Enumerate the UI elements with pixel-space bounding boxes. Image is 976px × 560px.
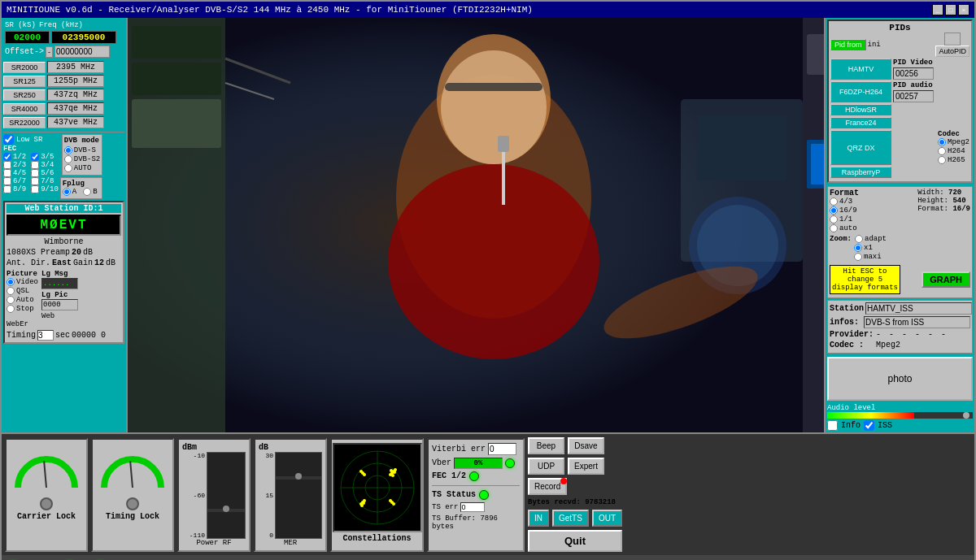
offset-label: Offset-> xyxy=(5,47,44,56)
svg-point-47 xyxy=(392,502,395,506)
fplug-title: Fplug xyxy=(63,180,100,188)
timing-unit: sec xyxy=(55,331,70,340)
sr250-btn[interactable]: SR250 xyxy=(3,89,46,101)
out-btn[interactable]: OUT xyxy=(592,510,622,527)
divider-1 xyxy=(3,132,124,132)
iss-background xyxy=(128,18,824,432)
photo-btn[interactable]: photo xyxy=(827,357,973,401)
dsave-btn[interactable]: Dsave xyxy=(568,437,604,454)
codec-mpeg2-radio[interactable] xyxy=(938,138,946,146)
record-btn[interactable]: Record xyxy=(528,478,567,495)
hdlowsr-btn[interactable]: HDlowSR xyxy=(830,104,891,115)
fplug-a-radio[interactable] xyxy=(63,188,71,196)
quit-btn[interactable]: Quit xyxy=(528,530,622,552)
fplug-b-radio[interactable] xyxy=(83,188,91,196)
ts-status-label: TS Status xyxy=(432,490,476,499)
beep-btn[interactable]: Beep xyxy=(528,437,564,454)
zoom-maxi-radio[interactable] xyxy=(854,253,862,261)
close-button[interactable]: × xyxy=(958,4,969,15)
fec-5-6-cb[interactable] xyxy=(31,169,39,177)
maximize-button[interactable]: □ xyxy=(945,4,956,15)
getts-btn[interactable]: GetTS xyxy=(552,510,589,527)
ts-err-row: TS err xyxy=(432,502,520,512)
width-value: 720 xyxy=(948,189,961,197)
autopid-btn[interactable]: AutoPID xyxy=(935,46,969,57)
fec-4-5-cb[interactable] xyxy=(3,169,11,177)
sr-input[interactable] xyxy=(5,31,50,44)
carrier-lock-label: Carrier Lock xyxy=(17,512,76,521)
svg-point-50 xyxy=(359,470,363,473)
infos-input[interactable] xyxy=(864,316,970,328)
audio-slider-handle[interactable] xyxy=(963,412,969,419)
ts-buffer-row: TS Buffer: 7896 bytes xyxy=(432,514,520,531)
fec-2-3-cb[interactable] xyxy=(3,161,11,169)
timing-input[interactable] xyxy=(37,330,54,341)
fec-6-7-cb[interactable] xyxy=(3,177,11,185)
fec-8-9-cb[interactable] xyxy=(3,185,11,193)
freq-input[interactable] xyxy=(51,31,116,44)
pic-stop-radio[interactable] xyxy=(7,305,15,313)
udp-btn[interactable]: UDP xyxy=(528,458,564,475)
fmt-16-9-radio[interactable] xyxy=(830,206,838,215)
auto-radio[interactable] xyxy=(64,164,72,172)
f6dzp-btn[interactable]: F6DZP-H264 xyxy=(830,81,891,102)
pid-video-label: PID Video xyxy=(893,59,934,67)
fec-col-2: 3/5 3/4 5/6 7/8 9/10 xyxy=(31,153,59,193)
sr125-btn[interactable]: SR125 xyxy=(3,76,46,87)
offset-minus-btn[interactable]: - xyxy=(46,46,53,58)
pid-from-btn[interactable]: Pid from xyxy=(830,39,866,50)
sr2000-btn[interactable]: SR2000 xyxy=(3,62,46,73)
fmt-4-3-radio[interactable] xyxy=(830,198,838,206)
pic-auto-radio[interactable] xyxy=(7,296,15,304)
dvbs-radio[interactable] xyxy=(64,146,72,154)
fec-label: FEC xyxy=(3,145,59,153)
low-sr-fec: Low SR FEC 1/2 2/3 4/5 6/7 8/9 3/5 xyxy=(3,134,59,193)
station-input[interactable] xyxy=(865,302,972,315)
dvb-mode-title: DVB mode xyxy=(64,137,100,145)
svg-rect-6 xyxy=(803,18,824,432)
graph-btn[interactable]: GRAPH xyxy=(922,271,970,288)
fmt-auto-radio[interactable] xyxy=(830,224,838,232)
raspberryp-btn[interactable]: RaspberryP xyxy=(830,167,891,178)
infos-label: infos: xyxy=(830,318,862,327)
fec-9-10-cb[interactable] xyxy=(31,185,39,193)
sr22000-btn[interactable]: SR22000 xyxy=(3,117,46,128)
fmt-1-1-radio[interactable] xyxy=(830,215,838,224)
fec-1-2-cb[interactable] xyxy=(3,153,11,161)
svg-point-39 xyxy=(393,471,396,474)
action-btn-row-3: Record xyxy=(528,478,622,495)
pic-video: Video xyxy=(7,278,38,286)
zoom-maxi: maxi xyxy=(854,253,970,261)
freq-label: Freq (kHz) xyxy=(39,21,104,29)
codec-h264-radio[interactable] xyxy=(938,147,946,155)
viterbi-input[interactable] xyxy=(488,443,516,455)
codec-h265: H265 xyxy=(938,156,969,164)
info-checkbox[interactable] xyxy=(827,420,838,431)
france24-btn[interactable]: France24 xyxy=(830,117,891,128)
fec-3-4-cb[interactable] xyxy=(31,161,39,169)
gain-value: 12 xyxy=(94,258,104,267)
fec-7-8-cb[interactable] xyxy=(31,177,39,185)
zoom-x1-radio[interactable] xyxy=(854,244,862,252)
viterbi-label: Viterbi err xyxy=(432,445,486,454)
dvbs2-radio[interactable] xyxy=(64,155,72,163)
sr4000-btn[interactable]: SR4000 xyxy=(3,103,46,115)
minimize-button[interactable]: _ xyxy=(932,4,943,15)
fec-3-5-cb[interactable] xyxy=(31,153,39,161)
expert-btn[interactable]: Expert xyxy=(568,458,604,475)
in-btn[interactable]: IN xyxy=(528,510,549,527)
low-sr-checkbox[interactable] xyxy=(3,134,14,145)
fplug-radios: A B xyxy=(63,188,100,197)
pid-video-input[interactable] xyxy=(893,67,934,80)
hamtv-btn[interactable]: HAMTV xyxy=(830,59,891,80)
pic-video-radio[interactable] xyxy=(7,278,15,286)
pid-audio-label: PID audio xyxy=(893,81,934,89)
iss-checkbox[interactable] xyxy=(864,420,874,431)
pic-qsl-radio[interactable] xyxy=(7,287,15,295)
offset-input[interactable] xyxy=(54,46,110,58)
ts-err-input[interactable] xyxy=(460,502,485,512)
pid-audio-input[interactable] xyxy=(893,90,934,102)
zoom-adapt-radio[interactable] xyxy=(855,235,863,243)
qrz-dx-btn[interactable]: QRZ DX xyxy=(830,130,891,165)
codec-h265-radio[interactable] xyxy=(938,156,946,164)
